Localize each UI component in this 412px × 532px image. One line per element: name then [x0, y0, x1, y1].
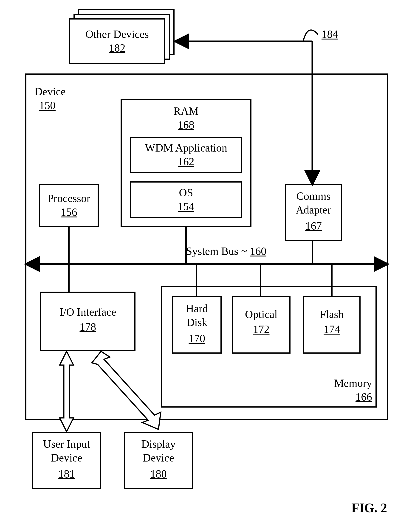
- other-devices-num: 182: [69, 41, 165, 55]
- figure-label: FIG. 2: [351, 501, 387, 515]
- optical-title: Optical: [232, 308, 290, 321]
- wdm-num: 162: [130, 155, 242, 168]
- bus-label-text: System Bus ~: [186, 245, 250, 257]
- comms-title1: Comms: [285, 190, 342, 203]
- io-num: 178: [40, 320, 135, 334]
- processor-title: Processor: [39, 192, 99, 205]
- memory-num: 166: [322, 390, 372, 404]
- io-title: I/O Interface: [40, 305, 135, 319]
- display-title1: Display: [124, 437, 193, 451]
- comms-title2: Adapter: [285, 203, 342, 217]
- other-devices-title: Other Devices: [69, 28, 165, 41]
- comms-num: 167: [285, 219, 342, 233]
- hdd-num: 170: [172, 332, 222, 345]
- display-title2: Device: [124, 451, 193, 465]
- wdm-title: WDM Application: [130, 141, 242, 154]
- os-num: 154: [130, 200, 242, 213]
- connector-184-curve: [303, 30, 318, 41]
- memory-title: Memory: [322, 377, 372, 390]
- user-input-num: 181: [32, 467, 101, 481]
- processor-num: 156: [39, 206, 99, 219]
- ram-num: 168: [121, 118, 251, 132]
- os-title: OS: [130, 186, 242, 199]
- hdd-title1: Hard: [172, 302, 222, 315]
- hdd-title2: Disk: [172, 316, 222, 329]
- diagram-canvas: Other Devices 182 184 Device 150 RAM 168…: [0, 0, 412, 532]
- display-num: 180: [124, 467, 193, 481]
- device-title: Device: [34, 85, 66, 98]
- external-ref-184: 184: [322, 28, 338, 41]
- flash-num: 174: [303, 323, 361, 336]
- ram-title: RAM: [121, 104, 251, 118]
- flash-title: Flash: [303, 308, 361, 321]
- user-input-title2: Device: [32, 451, 101, 465]
- user-input-title1: User Input: [32, 437, 101, 451]
- device-num: 150: [39, 99, 56, 112]
- bus-label: System Bus ~ 160: [186, 245, 266, 258]
- bus-num: 160: [250, 245, 266, 257]
- optical-num: 172: [232, 323, 290, 336]
